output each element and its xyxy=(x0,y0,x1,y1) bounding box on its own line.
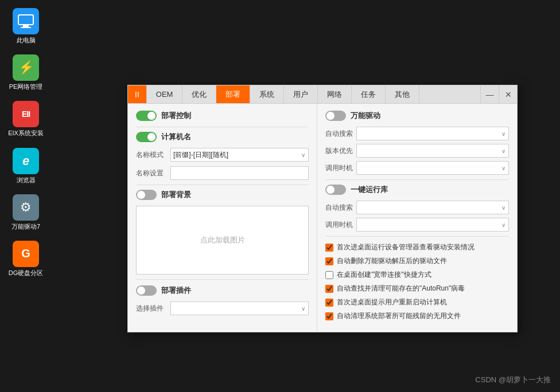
checkbox-item-2: 自动删除万能驱动解压后的驱动文件 xyxy=(325,256,509,266)
checkbox-1[interactable] xyxy=(325,244,333,252)
svg-rect-2 xyxy=(21,27,31,28)
deploy-plugin-row: 部署插件 xyxy=(136,285,309,296)
checkbox-item-3: 在桌面创建"宽带连接"快捷方式 xyxy=(325,270,509,280)
auto-search-select[interactable] xyxy=(356,127,509,140)
checkbox-2-label[interactable]: 自动删除万能驱动解压后的驱动文件 xyxy=(337,256,447,266)
desktop-icon-eix[interactable]: EII EIX系统安装 xyxy=(3,99,49,139)
desktop-icon-network[interactable]: ⚡ PE网络管理 xyxy=(3,52,49,93)
tab-network[interactable]: 网络 xyxy=(318,85,352,103)
checkbox-5[interactable] xyxy=(325,299,333,307)
checkbox-item-6: 自动清理系统部署所可能残留的无用文件 xyxy=(325,311,509,321)
lib-call-time-select[interactable] xyxy=(356,218,509,232)
checkbox-1-label[interactable]: 首次进桌面运行设备管理器查看驱动安装情况 xyxy=(337,242,475,252)
tab-deploy[interactable]: 部署 xyxy=(216,85,250,103)
eix-icon-label: EIX系统安装 xyxy=(8,130,44,137)
driver-icon: ⚙ xyxy=(13,194,39,221)
svg-rect-1 xyxy=(23,25,29,27)
tab-bar: II OEM 优化 部署 系统 用户 网络 任务 其他 — xyxy=(128,85,517,104)
checkbox-6[interactable] xyxy=(325,312,333,320)
network-icon-label: PE网络管理 xyxy=(9,83,43,91)
version-priority-select[interactable] xyxy=(356,144,509,158)
main-dialog: II OEM 优化 部署 系统 用户 网络 任务 其他 — xyxy=(127,85,518,332)
select-plugin-label: 选择插件 xyxy=(136,304,166,313)
desktop-icon-partition[interactable]: G DG硬盘分区 xyxy=(3,238,49,279)
desktop-icon-computer[interactable]: 此电脑 xyxy=(3,6,49,46)
auto-search-wrapper xyxy=(356,127,509,140)
divider2 xyxy=(136,185,309,185)
call-time-row: 调用时机 xyxy=(325,161,509,175)
select-plugin-row: 选择插件 xyxy=(136,301,309,315)
call-time-wrapper xyxy=(356,161,509,175)
checkbox-3[interactable] xyxy=(325,271,333,279)
tab-other[interactable]: 其他 xyxy=(386,85,419,103)
one-click-lib-toggle[interactable] xyxy=(325,185,346,195)
universal-driver-toggle[interactable] xyxy=(325,111,346,121)
name-set-row: 名称设置 xyxy=(136,166,309,180)
lib-auto-search-label: 自动搜索 xyxy=(325,203,353,213)
tab-task[interactable]: 任务 xyxy=(352,85,386,103)
checkbox-4[interactable] xyxy=(325,285,333,293)
close-button[interactable]: ✕ xyxy=(499,85,517,104)
deploy-bg-toggle[interactable] xyxy=(136,190,157,200)
desktop-icon-browser[interactable]: e 浏览器 xyxy=(3,146,49,186)
select-plugin-wrapper xyxy=(170,301,309,315)
checkbox-5-label[interactable]: 首次进桌面提示用户重新启动计算机 xyxy=(337,297,447,307)
right-divider2 xyxy=(325,236,509,237)
minimize-button[interactable]: — xyxy=(480,85,499,104)
bg-upload-text: 点此加载图片 xyxy=(200,235,245,245)
deploy-control-row: 部署控制 xyxy=(136,111,309,121)
name-mode-label: 名称模式 xyxy=(136,150,166,160)
tab-pause[interactable]: II xyxy=(128,85,147,103)
desktop-icon-list: 此电脑 ⚡ PE网络管理 EII EIX系统安装 e 浏览器 ⚙ 万能驱动7 G… xyxy=(0,0,52,285)
checkbox-4-label[interactable]: 自动查找并清理可能存在的"AutoRun"病毒 xyxy=(337,284,465,293)
computer-icon xyxy=(13,8,39,34)
checkbox-3-label[interactable]: 在桌面创建"宽带连接"快捷方式 xyxy=(337,270,431,280)
version-priority-row: 版本优先 xyxy=(325,144,509,158)
computer-icon-label: 此电脑 xyxy=(17,37,36,44)
driver-icon-label: 万能驱动7 xyxy=(11,223,40,230)
universal-driver-label: 万能驱动 xyxy=(351,111,380,121)
universal-driver-row: 万能驱动 xyxy=(325,111,509,121)
deploy-plugin-label: 部署插件 xyxy=(161,285,191,296)
checkbox-list: 首次进桌面运行设备管理器查看驱动安装情况 自动删除万能驱动解压后的驱动文件 在桌… xyxy=(325,242,509,321)
tab-system[interactable]: 系统 xyxy=(250,85,284,103)
version-priority-wrapper xyxy=(356,144,509,158)
browser-icon-label: 浏览器 xyxy=(17,177,36,184)
lib-call-time-wrapper xyxy=(356,218,509,232)
lib-auto-search-wrapper xyxy=(356,201,509,214)
name-mode-select[interactable]: [前缀]-[日期][随机] xyxy=(170,148,309,162)
right-divider1 xyxy=(325,179,509,180)
deploy-plugin-toggle[interactable] xyxy=(136,285,157,296)
deploy-control-label: 部署控制 xyxy=(161,111,191,121)
name-mode-row: 名称模式 [前缀]-[日期][随机] xyxy=(136,148,309,162)
checkbox-item-5: 首次进桌面提示用户重新启动计算机 xyxy=(325,297,509,307)
lib-call-time-label: 调用时机 xyxy=(325,220,353,230)
computer-name-toggle[interactable] xyxy=(136,132,157,142)
tab-user[interactable]: 用户 xyxy=(284,85,318,103)
partition-icon-label: DG硬盘分区 xyxy=(9,269,44,277)
tab-oem[interactable]: OEM xyxy=(147,85,183,103)
auto-search-row: 自动搜索 xyxy=(325,127,509,140)
call-time-select[interactable] xyxy=(356,161,509,175)
bg-upload-area[interactable]: 点此加载图片 xyxy=(136,206,309,275)
checkbox-6-label[interactable]: 自动清理系统部署所可能残留的无用文件 xyxy=(337,311,461,321)
divider3 xyxy=(136,279,309,280)
tab-optimize[interactable]: 优化 xyxy=(182,85,216,103)
lib-auto-search-select[interactable] xyxy=(356,201,509,214)
deploy-control-toggle[interactable] xyxy=(136,111,157,121)
svg-rect-0 xyxy=(18,15,33,25)
name-set-input[interactable] xyxy=(170,166,309,180)
checkbox-2[interactable] xyxy=(325,257,333,265)
name-set-label: 名称设置 xyxy=(136,168,166,178)
right-panel: 万能驱动 自动搜索 版本优先 调用时机 xyxy=(317,104,517,332)
checkbox-item-1: 首次进桌面运行设备管理器查看驱动安装情况 xyxy=(325,242,509,252)
left-panel: 部署控制 计算机名 名称模式 [前缀]-[日期][随机] 名称设置 xyxy=(128,104,317,332)
watermark: CSDN @胡萝卜一大推 xyxy=(475,375,551,385)
one-click-lib-row: 一键运行库 xyxy=(325,185,509,195)
one-click-lib-label: 一键运行库 xyxy=(351,185,388,195)
checkbox-item-4: 自动查找并清理可能存在的"AutoRun"病毒 xyxy=(325,284,509,293)
name-mode-select-wrapper: [前缀]-[日期][随机] xyxy=(170,148,309,162)
select-plugin-select[interactable] xyxy=(170,301,309,315)
desktop-icon-driver[interactable]: ⚙ 万能驱动7 xyxy=(3,192,49,233)
partition-icon: G xyxy=(13,241,39,267)
